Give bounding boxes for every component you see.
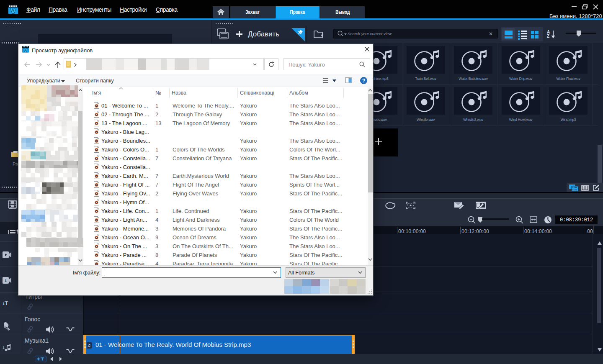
svg-text:1: 1 (3, 346, 5, 350)
svg-text:1: 1 (5, 279, 7, 283)
svg-text:?: ? (362, 78, 365, 84)
